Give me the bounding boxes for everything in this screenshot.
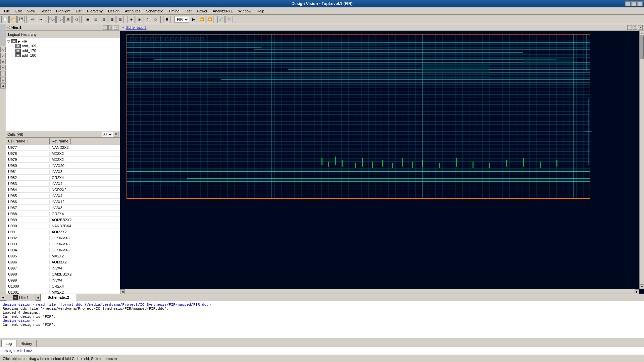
schematic-min-btn[interactable]: _ [627,25,632,30]
menu-test[interactable]: Test [182,8,194,14]
side-tool-3[interactable]: ⊿ [0,83,6,88]
console-input-field[interactable] [34,349,643,353]
cell-row[interactable]: U991AOI22X2 [6,229,120,235]
menu-view[interactable]: View [24,8,38,14]
col-cellname[interactable]: Cell Name ↕ [6,138,50,144]
side-zoom-in[interactable]: + [0,65,6,70]
minimize-button[interactable]: _ [625,1,631,6]
tree-expand-icon[interactable]: ▽ [7,40,11,43]
cell-row[interactable]: U992CLKINVX8 [6,235,120,241]
cell-row[interactable]: U994CLKINVX8 [6,247,120,253]
console-tab-history[interactable]: History [16,340,36,347]
toolbar-btn-g[interactable]: ◉ [136,16,143,23]
toolbar-btn-o[interactable]: 🔭 [226,16,233,23]
cell-row[interactable]: U984NOR2X2 [6,187,120,193]
menu-power[interactable]: Power [194,8,210,14]
tab-hier1[interactable]: H Hier.1 [6,294,36,301]
cell-row[interactable]: U977NAND2X2 [6,144,120,150]
side-tool-1[interactable]: ▷ [0,53,6,58]
menu-help[interactable]: Help [254,8,267,14]
toolbar-undo[interactable]: ↩ [29,16,36,23]
menu-file[interactable]: File [1,8,13,14]
cell-row[interactable]: U998OAI2BB1X2 [6,271,120,277]
menu-edit[interactable]: Edit [13,8,24,14]
side-tool-2[interactable]: ◈ [0,59,6,64]
col-refname[interactable]: Ref Name [50,138,71,144]
hier-max-btn[interactable]: □ [108,25,113,30]
cell-row[interactable]: U1000OR2X4 [6,283,120,289]
toolbar-open[interactable]: 📂 [9,16,17,23]
cell-row[interactable]: U989AOI2BB2X2 [6,217,120,223]
toolbar-zoom-fit[interactable]: ⊞ [64,16,72,23]
toolbar-btn-i[interactable]: ◌ [152,16,159,23]
cell-row[interactable]: U988OR2X4 [6,211,120,217]
tree-item-add180[interactable]: H add_180 [7,53,118,58]
maximize-button[interactable]: □ [631,1,637,6]
cell-row[interactable]: U997INVX4 [6,265,120,271]
toolbar-btn-k[interactable]: ▶ [190,16,197,23]
toolbar-btn-c[interactable]: ▥ [100,16,107,23]
menu-highlight[interactable]: Highlight [53,8,73,14]
toolbar-btn-b[interactable]: ▤ [92,16,99,23]
menu-attributes[interactable]: Attributes [122,8,143,14]
menu-analyzertl[interactable]: AnalyzeRTL [210,8,236,14]
cell-row[interactable]: U999INVX4 [6,277,120,283]
menu-select[interactable]: Select [38,8,53,14]
cell-row[interactable]: U1001MX2X2 [6,289,120,294]
hier-tree[interactable]: ▽ H ▶ FIR H add_169 H add_170 H [6,38,120,131]
cells-body[interactable]: U977NAND2X2U978MX2X2U979MX2X2U980INVX20U… [6,144,120,294]
menu-schematic[interactable]: Schematic [143,8,166,14]
toolbar-btn-d[interactable]: ▦ [108,16,115,23]
scroll-right-btn[interactable]: ▶ [635,289,639,294]
toolbar-zoom-in[interactable]: 🔍+ [48,16,56,23]
tab-schematic2[interactable]: Schematic.2 [41,294,76,301]
scroll-left-btn[interactable]: ◀ [120,289,125,294]
schematic-close-btn[interactable]: × [638,25,643,30]
tab-scroll-left[interactable]: ◀ [0,294,6,301]
toolbar-zoom-prev[interactable]: ◁ [72,16,80,23]
cell-row[interactable]: U995MX2X2 [6,253,120,259]
schematic-canvas[interactable]: ▲ ▼ ◀ ▶ [120,31,644,294]
cell-row[interactable]: U982OR2X4 [6,175,120,181]
toolbar-zoom-out[interactable]: 🔍- [56,16,64,23]
cell-row[interactable]: U978MX2X2 [6,150,120,157]
scroll-down-btn[interactable]: ▼ [640,284,644,289]
cells-filter-select[interactable]: All [102,132,113,137]
hier-close-btn[interactable]: × [114,25,118,30]
cell-row[interactable]: U979MX2X2 [6,157,120,163]
toolbar-btn-h[interactable]: ◊ [144,16,151,23]
cell-row[interactable]: U983INVX4 [6,181,120,187]
cell-row[interactable]: U996AOI33X2 [6,259,120,265]
schematic-scrollbar-v[interactable]: ▲ ▼ [639,31,644,289]
toolbar-btn-f[interactable]: ◈ [128,16,135,23]
cell-row[interactable]: U993CLKINVX8 [6,241,120,247]
toolbar-btn-j[interactable]: ⬟ [163,16,170,23]
menu-timing[interactable]: Timing [166,8,182,14]
cell-row[interactable]: U986INVX12 [6,199,120,205]
tree-item-add170[interactable]: H add_170 [7,48,118,53]
close-button[interactable]: × [637,1,643,6]
cell-row[interactable]: U980INVX20 [6,163,120,169]
toolbar-btn-n[interactable]: 🔎 [217,16,225,23]
console-tab-log[interactable]: Log [1,340,16,347]
toolbar-new[interactable]: 📄 [1,16,9,23]
hier-min-btn[interactable]: _ [103,25,108,30]
cell-row[interactable]: U990NAND2BX4 [6,223,120,229]
schematic-scrollbar-h[interactable]: ◀ ▶ [120,289,639,294]
cells-close-btn[interactable]: × [114,132,118,136]
side-zoom-out[interactable]: - [0,71,6,76]
schematic-max-btn[interactable]: □ [633,25,637,30]
side-select-btn[interactable]: ↖ [0,47,6,52]
toolbar-btn-a[interactable]: ▣ [84,16,91,23]
scroll-thumb[interactable] [640,36,644,59]
tree-item-add169[interactable]: H add_169 [7,44,118,48]
toolbar-btn-l[interactable]: ⏩ [198,16,205,23]
menu-design[interactable]: Design [105,8,122,14]
toolbar-btn-e[interactable]: ▧ [116,16,123,23]
side-zoom-fit[interactable]: ⊞ [0,77,6,82]
menu-window[interactable]: Window [236,8,254,14]
menu-list[interactable]: List [73,8,84,14]
scroll-up-btn[interactable]: ▲ [640,31,644,36]
toolbar-save[interactable]: 💾 [17,16,25,23]
menu-hierarchy[interactable]: Hierarchy [84,8,105,14]
